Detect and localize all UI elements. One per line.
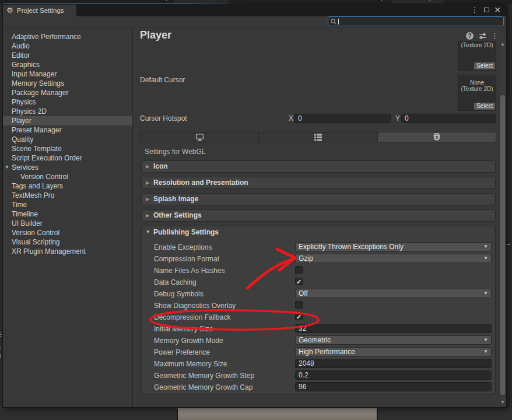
vertical-scrollbar[interactable]: ▲ ▼ (499, 40, 506, 406)
field-initial-memory-size[interactable]: 32 (295, 324, 492, 333)
setting-label: Debug Symbols (154, 290, 204, 298)
section-label: Splash Image (153, 195, 198, 203)
select-button[interactable]: Select (474, 62, 495, 69)
publishing-row: Data Caching ✓ (154, 277, 492, 289)
dropdown-memory-growth-mode[interactable]: Geometric ▼ (295, 335, 492, 345)
maximize-button[interactable] (482, 5, 491, 15)
checkmark-icon: ✓ (296, 313, 301, 320)
sidebar-item-preset-manager[interactable]: ▼ Preset Manager (3, 125, 132, 135)
sidebar-item-script-execution-order[interactable]: ▼ Script Execution Order (3, 153, 132, 163)
clipped-text-fragment: E (0, 331, 2, 338)
sidebar-item-label: Quality (12, 135, 33, 144)
foldout-open-icon[interactable]: ▼ (5, 163, 9, 172)
hierarchy-tab[interactable]: Hierarchy (392, 0, 444, 4)
default-cursor-texture-box[interactable]: None (Texture 2D) Select (458, 75, 496, 111)
sidebar-item-xr-plugin-management[interactable]: ▼ XR Plugin Management (3, 247, 132, 256)
sidebar-item-physics[interactable]: ▼ Physics (3, 97, 132, 107)
publishing-row: Geometric Memory Growth Step 0.2 (154, 370, 492, 382)
publishing-row: Power Preference High Performance ▼ (154, 347, 492, 359)
dropdown-debug-symbols[interactable]: Off ▼ (295, 289, 492, 298)
page-title: Player (140, 29, 171, 41)
sidebar-item-visual-scripting[interactable]: ▼ Visual Scripting (3, 237, 132, 247)
screen: ▾ Game ▾ Hierarchy E c u ⚙ Project Setti… (0, 0, 512, 420)
section-icon[interactable]: ▶ Icon (141, 160, 496, 173)
sidebar-item-editor[interactable]: ▼ Editor (3, 51, 132, 60)
sidebar-item-version-control[interactable]: ▼ Version Control (3, 172, 132, 181)
context-menu-icon[interactable]: ⋮ (491, 32, 499, 40)
sidebar-item-scene-template[interactable]: ▼ Scene Template (3, 144, 132, 153)
section-publishing-settings[interactable]: ▼ Publishing Settings (142, 226, 495, 238)
tab-standalone[interactable] (141, 132, 259, 142)
sidebar-item-graphics[interactable]: ▼ Graphics (3, 60, 132, 69)
checkbox-data-caching[interactable]: ✓ (295, 278, 303, 285)
sidebar-item-timeline[interactable]: ▼ Timeline (3, 209, 132, 219)
checkbox-decompression-fallback[interactable]: ✓ (295, 313, 303, 320)
cursor-texture-box[interactable]: (Texture 2D) Select (458, 41, 496, 71)
dropdown-enable-exceptions[interactable]: Explicitly Thrown Exceptions Only ▼ (295, 242, 492, 251)
publishing-row: Show Diagnostics Overlay ✓ (154, 300, 492, 312)
section-label: Resolution and Presentation (153, 178, 248, 187)
sidebar-item-time[interactable]: ▼ Time (3, 200, 132, 209)
sidebar-item-label: XR Plugin Management (12, 247, 86, 256)
sidebar-item-label: Timeline (12, 210, 38, 218)
section-label: Icon (153, 162, 168, 170)
project-settings-tab[interactable]: ⚙ Project Settings (3, 5, 76, 16)
sidebar-item-input-manager[interactable]: ▼ Input Manager (3, 69, 132, 79)
sidebar-item-package-manager[interactable]: ▼ Package Manager (3, 88, 132, 97)
field-geometric-memory-growth-cap[interactable]: 96 (295, 382, 492, 391)
presets-icon[interactable] (479, 32, 487, 40)
sidebar-item-ui-builder[interactable]: ▼ UI Builder (3, 219, 132, 228)
section-label: Publishing Settings (153, 228, 219, 236)
gear-icon: ⚙ (6, 5, 13, 16)
scroll-up-icon[interactable]: ▲ (500, 41, 506, 47)
text-cursor (338, 19, 339, 24)
sidebar-item-tags-and-layers[interactable]: ▼ Tags and Layers (3, 181, 132, 191)
hotspot-y-field[interactable]: 0 (401, 114, 496, 123)
window-titlebar[interactable]: ⚙ Project Settings ⋮ ✕ (3, 4, 506, 16)
section-other-settings[interactable]: ▶ Other Settings (141, 209, 496, 222)
texture-none-label: None (458, 75, 496, 86)
field-maximum-memory-size[interactable]: 2048 (295, 359, 492, 368)
divider (132, 28, 133, 407)
section-splash-image[interactable]: ▶ Splash Image (141, 193, 496, 205)
scrollbar-thumb[interactable] (500, 95, 505, 395)
sidebar-item-textmesh-pro[interactable]: ▼ TextMesh Pro (3, 191, 132, 200)
scroll-down-icon[interactable]: ▼ (500, 400, 506, 405)
sidebar-item-adaptive-performance[interactable]: ▼ Adaptive Performance (3, 32, 132, 41)
tab-webgl[interactable]: 5 (378, 132, 496, 142)
tab-dedicated-server[interactable] (259, 132, 377, 142)
section-resolution-and-presentation[interactable]: ▶ Resolution and Presentation (141, 177, 496, 189)
setting-label: Geometric Memory Growth Cap (154, 383, 253, 391)
sidebar-item-services[interactable]: ▼ Services (3, 163, 132, 172)
field-geometric-memory-growth-step[interactable]: 0.2 (295, 370, 492, 380)
publishing-row: Geometric Memory Growth Cap 96 (154, 382, 492, 394)
sidebar-item-label: Player (12, 117, 31, 125)
window-menu-button[interactable]: ⋮ (470, 5, 479, 15)
sidebar-item-label: Scene Template (12, 145, 62, 153)
dropdown-power-preference[interactable]: High Performance ▼ (295, 347, 492, 356)
close-button[interactable]: ✕ (493, 5, 502, 15)
dropdown-value: High Performance (299, 348, 355, 356)
sidebar-item-quality[interactable]: ▼ Quality (3, 135, 132, 144)
select-button[interactable]: Select (474, 103, 495, 110)
sidebar-item-player[interactable]: ▼ Player (3, 116, 132, 125)
divider (3, 27, 506, 28)
checkbox-name-files-as-hashes[interactable]: ✓ (295, 266, 303, 274)
texture-type-label: (Texture 2D) (458, 41, 496, 48)
search-input[interactable] (328, 16, 504, 26)
setting-label: Name Files As Hashes (154, 267, 225, 275)
sidebar-item-label: TextMesh Pro (12, 191, 54, 200)
hotspot-x-field[interactable]: 0 (294, 114, 391, 123)
sidebar-item-audio[interactable]: ▼ Audio (3, 41, 132, 51)
field-value: 32 (299, 324, 306, 332)
help-icon[interactable]: ? (466, 32, 474, 40)
chevron-down-icon: ▼ (483, 336, 488, 344)
dedicated-server-platform-icon (314, 134, 322, 141)
sidebar-item-version-control[interactable]: ▼ Version Control (3, 228, 132, 237)
sidebar-item-memory-settings[interactable]: ▼ Memory Settings (3, 79, 132, 88)
sidebar-item-label: Script Execution Order (12, 154, 82, 162)
sidebar-item-physics-2d[interactable]: ▼ Physics 2D (3, 107, 132, 116)
dropdown-compression-format[interactable]: Gzip ▼ (295, 254, 492, 263)
texture-type-label: (Texture 2D) (458, 86, 496, 92)
checkbox-show-diagnostics-overlay[interactable]: ✓ (295, 301, 303, 309)
